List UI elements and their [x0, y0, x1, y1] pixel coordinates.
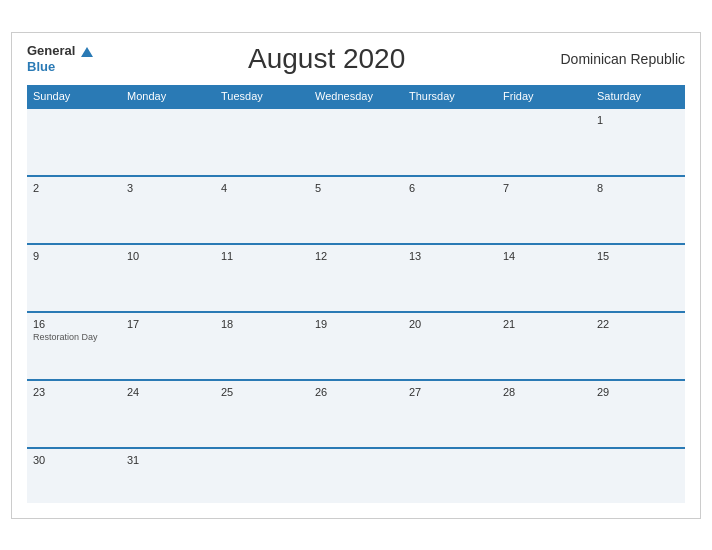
calendar-day-cell: 4 [215, 176, 309, 244]
calendar-day-cell: 12 [309, 244, 403, 312]
calendar-day-cell [215, 108, 309, 176]
calendar-day-cell: 2 [27, 176, 121, 244]
day-number: 24 [127, 386, 209, 398]
calendar-day-cell: 10 [121, 244, 215, 312]
logo-blue-text: Blue [27, 59, 93, 75]
calendar-day-cell [309, 108, 403, 176]
weekday-header-thursday: Thursday [403, 85, 497, 108]
calendar-day-cell [121, 108, 215, 176]
day-number: 31 [127, 454, 209, 466]
calendar-day-cell: 7 [497, 176, 591, 244]
day-number: 1 [597, 114, 679, 126]
day-number: 29 [597, 386, 679, 398]
calendar-day-cell [403, 448, 497, 503]
calendar-day-cell: 20 [403, 312, 497, 380]
day-number: 9 [33, 250, 115, 262]
calendar-day-cell: 15 [591, 244, 685, 312]
day-number: 7 [503, 182, 585, 194]
day-number: 2 [33, 182, 115, 194]
calendar-day-cell [27, 108, 121, 176]
calendar-day-cell: 24 [121, 380, 215, 448]
calendar-day-cell [497, 448, 591, 503]
calendar-day-cell: 29 [591, 380, 685, 448]
day-number: 23 [33, 386, 115, 398]
calendar-day-cell: 6 [403, 176, 497, 244]
day-number: 6 [409, 182, 491, 194]
day-number: 4 [221, 182, 303, 194]
weekday-header-tuesday: Tuesday [215, 85, 309, 108]
calendar-day-cell: 5 [309, 176, 403, 244]
calendar-day-cell: 16Restoration Day [27, 312, 121, 380]
day-number: 28 [503, 386, 585, 398]
calendar-day-cell: 17 [121, 312, 215, 380]
day-number: 12 [315, 250, 397, 262]
calendar-day-cell: 30 [27, 448, 121, 503]
calendar-day-cell: 28 [497, 380, 591, 448]
calendar-week-row: 1 [27, 108, 685, 176]
day-number: 10 [127, 250, 209, 262]
day-number: 16 [33, 318, 115, 330]
calendar-week-row: 9101112131415 [27, 244, 685, 312]
calendar-day-cell: 21 [497, 312, 591, 380]
day-number: 8 [597, 182, 679, 194]
calendar-day-cell: 11 [215, 244, 309, 312]
calendar-day-cell: 25 [215, 380, 309, 448]
day-number: 5 [315, 182, 397, 194]
weekday-header-saturday: Saturday [591, 85, 685, 108]
calendar-week-row: 16Restoration Day171819202122 [27, 312, 685, 380]
logo: General Blue [27, 43, 93, 74]
holiday-label: Restoration Day [33, 332, 115, 342]
day-number: 11 [221, 250, 303, 262]
calendar-day-cell [215, 448, 309, 503]
logo-general-text: General [27, 43, 75, 58]
day-number: 3 [127, 182, 209, 194]
weekday-header-sunday: Sunday [27, 85, 121, 108]
day-number: 21 [503, 318, 585, 330]
calendar-day-cell [497, 108, 591, 176]
calendar-day-cell: 3 [121, 176, 215, 244]
day-number: 17 [127, 318, 209, 330]
day-number: 19 [315, 318, 397, 330]
calendar-day-cell: 26 [309, 380, 403, 448]
calendar-day-cell [309, 448, 403, 503]
day-number: 27 [409, 386, 491, 398]
calendar-day-cell: 13 [403, 244, 497, 312]
calendar-day-cell: 14 [497, 244, 591, 312]
calendar-country: Dominican Republic [560, 51, 685, 67]
calendar-week-row: 2345678 [27, 176, 685, 244]
calendar-container: General Blue August 2020 Dominican Repub… [11, 32, 701, 519]
day-number: 22 [597, 318, 679, 330]
day-number: 20 [409, 318, 491, 330]
calendar-day-cell: 8 [591, 176, 685, 244]
weekday-header-friday: Friday [497, 85, 591, 108]
calendar-grid: SundayMondayTuesdayWednesdayThursdayFrid… [27, 85, 685, 503]
weekday-header-row: SundayMondayTuesdayWednesdayThursdayFrid… [27, 85, 685, 108]
day-number: 26 [315, 386, 397, 398]
calendar-day-cell: 27 [403, 380, 497, 448]
calendar-day-cell: 18 [215, 312, 309, 380]
calendar-header: General Blue August 2020 Dominican Repub… [27, 43, 685, 75]
calendar-day-cell: 22 [591, 312, 685, 380]
calendar-day-cell: 1 [591, 108, 685, 176]
logo-triangle-icon [81, 47, 93, 57]
weekday-header-monday: Monday [121, 85, 215, 108]
calendar-day-cell: 19 [309, 312, 403, 380]
day-number: 18 [221, 318, 303, 330]
calendar-day-cell [591, 448, 685, 503]
weekday-header-wednesday: Wednesday [309, 85, 403, 108]
day-number: 30 [33, 454, 115, 466]
day-number: 13 [409, 250, 491, 262]
calendar-day-cell: 23 [27, 380, 121, 448]
calendar-day-cell: 9 [27, 244, 121, 312]
calendar-week-row: 3031 [27, 448, 685, 503]
calendar-week-row: 23242526272829 [27, 380, 685, 448]
day-number: 25 [221, 386, 303, 398]
day-number: 15 [597, 250, 679, 262]
day-number: 14 [503, 250, 585, 262]
calendar-title: August 2020 [248, 43, 405, 75]
calendar-day-cell: 31 [121, 448, 215, 503]
calendar-day-cell [403, 108, 497, 176]
logo-top-line: General [27, 43, 93, 59]
